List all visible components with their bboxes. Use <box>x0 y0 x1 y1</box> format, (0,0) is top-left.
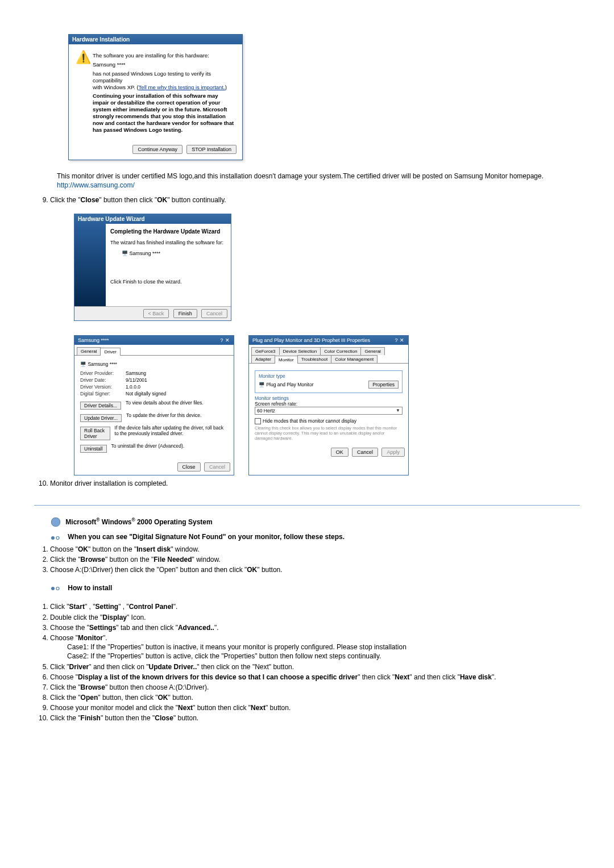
tell-me-why-link[interactable]: Tell me why this testing is important. <box>139 84 225 90</box>
dlg-line1: The software you are installing for this… <box>93 52 235 59</box>
hardware-installation-dialog: Hardware Installation ⚠️ The software yo… <box>68 34 243 160</box>
sub-bullet-icon <box>51 584 63 592</box>
wizard-cancel-button: Cancel <box>201 309 227 318</box>
prop2-title: Plug and Play Monitor and 3D Prophet III… <box>252 337 370 343</box>
sig-step-3: Choose A:(D:\Driver) then click the "Ope… <box>50 565 580 574</box>
step-9-list: Click the "Close" button then click "OK"… <box>34 195 580 205</box>
tab-general2[interactable]: General <box>360 347 384 355</box>
tab-adapter[interactable]: Adapter <box>251 355 275 363</box>
monitor-type-label: Monitor type <box>259 373 399 379</box>
close-icon[interactable]: ✕ <box>225 337 230 343</box>
prop1-r2-value: 9/11/2001 <box>126 377 147 383</box>
tab-geforce3[interactable]: GeForce3 <box>251 347 280 355</box>
sig-step-2: Click the "Browse" button on the "File N… <box>50 555 580 564</box>
hide-modes-help: Clearing this check box allows you to se… <box>255 425 403 441</box>
driver-properties-dialog: Samsung **** ?✕ General Driver 🖥️ Samsun… <box>74 335 234 475</box>
prop1-r2-label: Driver Date: <box>80 377 126 383</box>
wizard-finish-button[interactable]: Finish <box>173 309 197 318</box>
sig-steps: Choose "OK" button on the "Insert disk" … <box>34 545 580 575</box>
wizard-line1: The wizard has finished installing the s… <box>110 240 226 245</box>
close-icon[interactable]: ✕ <box>399 337 405 343</box>
prop1-r1-label: Driver Provider: <box>80 370 126 376</box>
wizard-title: Hardware Update Wizard <box>74 214 231 224</box>
inst-step-4: Choose "Monitor". Case1: If the "Propert… <box>50 633 580 661</box>
inst-step-8: Click the "Open" button, then click "OK"… <box>50 693 580 702</box>
monitor-settings-label: Monitor settings <box>255 395 403 401</box>
sig-step-1: Choose "OK" button on the "Insert disk" … <box>50 545 580 554</box>
prop1-r4-value: Not digitally signed <box>126 391 166 397</box>
wizard-device: Samsung **** <box>130 251 161 256</box>
samsung-link[interactable]: http://www.samsung.com/ <box>57 181 135 189</box>
prop1-close-button[interactable]: Close <box>177 462 201 471</box>
wizard-back-button: < Back <box>143 309 169 318</box>
uninstall-button[interactable]: Uninstall <box>80 445 107 453</box>
hide-modes-checkbox[interactable] <box>255 418 261 424</box>
step-10: Monitor driver installation is completed… <box>50 479 580 488</box>
monitor-properties-button[interactable]: Properties <box>368 381 399 389</box>
wizard-sidebar-image <box>74 224 106 306</box>
tab-general[interactable]: General <box>77 347 101 355</box>
inst-step-4-case2: Case2: If the "Properties" button is act… <box>67 652 580 661</box>
driver-details-button[interactable]: Driver Details... <box>80 402 121 410</box>
stop-installation-button[interactable]: STOP Installation <box>186 145 237 154</box>
inst-step-2: Double click the "Display" Icon. <box>50 613 580 622</box>
refresh-rate-select[interactable]: 60 Hertz▼ <box>255 407 403 415</box>
help-icon[interactable]: ? <box>393 337 399 343</box>
prop1-title: Samsung **** <box>78 337 109 343</box>
inst-step-4-case1: Case1: If the "Properties" button is ina… <box>67 642 580 652</box>
dialog-title: Hardware Installation <box>69 35 242 44</box>
wizard-heading: Completing the Hardware Update Wizard <box>110 228 226 235</box>
separator <box>34 505 580 506</box>
monitor-properties-dialog: Plug and Play Monitor and 3D Prophet III… <box>248 335 409 475</box>
sub-bullet-icon <box>51 533 63 541</box>
sig-heading: When you can see "Digital Signature Not … <box>51 533 580 541</box>
roll-back-driver-button[interactable]: Roll Back Driver <box>80 427 110 440</box>
inst-step-10: Click the "Finish" button then the "Clos… <box>50 713 580 723</box>
os-heading: Microsoft® Windows® 2000 Operating Syste… <box>51 517 580 527</box>
prop2-cancel-button[interactable]: Cancel <box>352 448 378 457</box>
inst-step-3: Choose the "Settings" tab and then click… <box>50 623 580 632</box>
hardware-update-wizard: Hardware Update Wizard Completing the Ha… <box>74 214 231 321</box>
dlg-device: Samsung **** <box>93 61 235 68</box>
dlg-bold: Continuing your installation of this sof… <box>93 93 234 132</box>
dlg-line2b-post: ) <box>225 84 227 90</box>
prop1-r4-label: Digital Signer: <box>80 391 126 397</box>
update-driver-button[interactable]: Update Driver... <box>80 414 122 422</box>
inst-step-9: Choose your monitor model and click the … <box>50 703 580 712</box>
inst-step-1: Click "Start" , "Setting" , "Control Pan… <box>50 602 580 611</box>
prop2-ok-button[interactable]: OK <box>331 448 349 457</box>
tab-color-correction[interactable]: Color Correction <box>320 347 361 355</box>
dlg-line2b-pre: with Windows XP. ( <box>93 84 139 90</box>
tab-driver[interactable]: Driver <box>100 348 120 356</box>
prop1-r3-label: Driver Version: <box>80 384 126 390</box>
monitor-name: Plug and Play Monitor <box>266 382 313 387</box>
chevron-down-icon: ▼ <box>396 408 400 414</box>
how-heading: How to install <box>51 584 580 592</box>
step-10-list: Monitor driver installation is completed… <box>34 479 580 488</box>
warning-icon: ⚠️ <box>76 50 93 136</box>
inst-step-6: Choose "Display a list of the known driv… <box>50 673 580 682</box>
prop2-apply-button: Apply <box>381 448 405 457</box>
install-steps: Click "Start" , "Setting" , "Control Pan… <box>34 602 580 723</box>
certified-note: This monitor driver is under certified M… <box>57 172 557 190</box>
inst-step-7: Click the "Browse" button then choose A:… <box>50 683 580 692</box>
prop1-r1-value: Samsung <box>126 370 146 376</box>
wizard-line2: Click Finish to close the wizard. <box>110 279 226 285</box>
prop1-device: Samsung **** <box>88 361 117 367</box>
help-icon[interactable]: ? <box>219 337 225 343</box>
hide-modes-label: Hide modes that this monitor cannot disp… <box>263 418 356 424</box>
bullet-icon <box>51 518 60 527</box>
prop1-r3-value: 1.0.0.0 <box>126 384 140 390</box>
refresh-rate-label: Screen refresh rate: <box>255 401 403 407</box>
inst-step-5: Click "Driver" and then click on "Update… <box>50 662 580 671</box>
tab-monitor[interactable]: Monitor <box>275 356 298 364</box>
tab-device-selection[interactable]: Device Selection <box>279 347 321 355</box>
prop1-cancel-button: Cancel <box>204 462 230 471</box>
step-9: Click the "Close" button then click "OK"… <box>50 195 580 205</box>
tab-color-management[interactable]: Color Management <box>331 355 377 363</box>
continue-anyway-button[interactable]: Continue Anyway <box>132 145 182 154</box>
dlg-line2a: has not passed Windows Logo testing to v… <box>93 70 211 84</box>
tab-troubleshoot[interactable]: Troubleshoot <box>297 355 331 363</box>
